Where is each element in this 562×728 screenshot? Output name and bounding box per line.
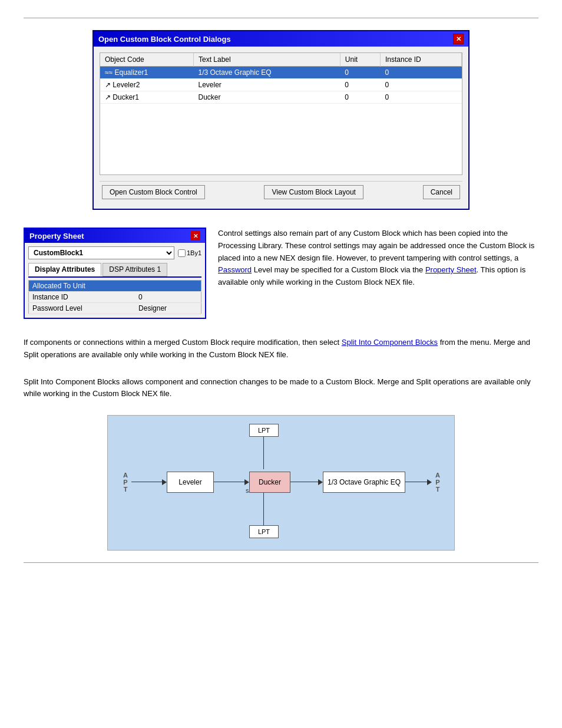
split-into-component-blocks-link[interactable]: Split Into Component Blocks (342, 338, 438, 347)
apt-right: A P T (432, 466, 444, 498)
ps-cell-value: Designer (135, 303, 201, 314)
body-para1: If components or connections within a me… (24, 337, 538, 361)
password-link[interactable]: Password (218, 265, 252, 274)
dialog1-table-row[interactable]: ↗ Ducker1 Ducker 0 0 (100, 91, 462, 104)
arrow-head-leveler (162, 479, 167, 485)
arrow-apt-to-leveler (131, 482, 164, 482)
cell-text-label: 1/3 Octave Graphic EQ (194, 67, 340, 79)
lpt-top-line (263, 437, 264, 469)
property-sheet-body: CustomBlock1 1By1 Display Attributes DSP… (25, 243, 205, 318)
cell-text-label: Leveler (194, 79, 340, 91)
arrow-eq-to-apt (405, 482, 429, 482)
dialog1-table-row[interactable]: ↗ Leveler2 Leveler 0 0 (100, 79, 462, 91)
side-text-block: Control settings also remain part of any… (218, 228, 538, 319)
top-rule (24, 18, 538, 18)
col-text-label: Text Label (194, 53, 340, 67)
by1-checkbox-label: 1By1 (178, 249, 201, 257)
side-paragraph: Control settings also remain part of any… (218, 228, 538, 289)
ps-cell-value: 0 (135, 292, 201, 303)
tab-display-attributes[interactable]: Display Attributes (28, 263, 101, 276)
cell-text-label: Ducker (194, 91, 340, 104)
property-sheet-titlebar: Property Sheet ✕ (25, 229, 205, 243)
ps-cell-label: Instance ID (29, 292, 135, 303)
dialog1: Open Custom Block Control Dialogs ✕ Obje… (92, 30, 470, 210)
body-para2-block: Split Into Component Blocks allows compo… (24, 376, 538, 401)
cell-object-code: ↗ Leveler2 (100, 79, 194, 91)
signal-flow-diagram: LPT A P T Leveler s Ducker 1/3 Octave Gr… (107, 415, 455, 551)
dialog1-table-row[interactable]: ≈≈ Equalizer1 1/3 Octave Graphic EQ 0 0 (100, 67, 462, 79)
cell-object-code: ↗ Ducker1 (100, 91, 194, 104)
dialog1-table: Object Code Text Label Unit Instance ID … (100, 53, 462, 104)
property-sheet-close-button[interactable]: ✕ (191, 231, 200, 241)
arrow-leveler-to-ducker (214, 482, 246, 482)
dialog1-table-container: Object Code Text Label Unit Instance ID … (100, 52, 462, 175)
dialog1-titlebar: Open Custom Block Control Dialogs ✕ (94, 31, 468, 47)
by1-label: 1By1 (187, 249, 201, 256)
ps-cell-allocated: Allocated To Unit (29, 281, 201, 292)
eq-box: 1/3 Octave Graphic EQ (323, 472, 405, 493)
ps-table-row: Allocated To Unit (29, 281, 201, 292)
body-para2: Split Into Component Blocks allows compo… (24, 376, 538, 401)
arrow-head-ducker (244, 479, 249, 485)
dialog1-title: Open Custom Block Control Dialogs (98, 35, 231, 44)
ducker-to-lpt-bottom-line (263, 493, 264, 525)
body-para1-block: If components or connections within a me… (24, 337, 538, 361)
s-label: s (246, 487, 249, 494)
dialog1-footer: Open Custom Block Control View Custom Bl… (100, 181, 462, 203)
bottom-rule (24, 562, 538, 563)
ps-dropdown-row: CustomBlock1 1By1 (28, 246, 201, 259)
dialog1-close-button[interactable]: ✕ (453, 34, 464, 44)
cell-instance-id: 0 (380, 79, 461, 91)
ps-table-row: Instance ID 0 (29, 292, 201, 303)
ps-tabs: Display Attributes DSP Attributes 1 (28, 263, 201, 278)
cell-instance-id: 0 (380, 67, 461, 79)
apt-left: A P T (120, 466, 131, 498)
arrow-head-eq (318, 479, 323, 485)
view-custom-block-layout-button[interactable]: View Custom Block Layout (264, 185, 363, 199)
col-object-code: Object Code (100, 53, 194, 67)
cell-unit: 0 (340, 79, 380, 91)
ducker-box: Ducker (249, 472, 290, 493)
property-sheet-title: Property Sheet (29, 232, 84, 241)
cell-instance-id: 0 (380, 91, 461, 104)
lpt-top-box: LPT (249, 424, 279, 437)
open-custom-block-control-button[interactable]: Open Custom Block Control (102, 185, 205, 199)
dialog1-body: Object Code Text Label Unit Instance ID … (94, 47, 468, 209)
ps-table-row: Password Level Designer (29, 303, 201, 314)
ps-cell-label: Password Level (29, 303, 135, 314)
lpt-bottom-box: LPT (249, 525, 279, 538)
col-instance-id: Instance ID (380, 53, 461, 67)
dialog1-empty-area (100, 104, 462, 174)
diagram-wrapper: LPT A P T Leveler s Ducker 1/3 Octave Gr… (24, 415, 538, 551)
by1-checkbox[interactable] (178, 249, 186, 257)
property-section: Property Sheet ✕ CustomBlock1 1By1 Displ… (24, 228, 538, 319)
cancel-button[interactable]: Cancel (423, 185, 460, 199)
col-unit: Unit (340, 53, 380, 67)
ps-attributes-table: Allocated To Unit Instance ID 0 Password… (28, 280, 201, 314)
customblock-dropdown[interactable]: CustomBlock1 (28, 246, 174, 259)
arrow-ducker-to-eq (290, 482, 320, 482)
leveler-box: Leveler (167, 472, 214, 493)
arrow-head-apt-right (427, 479, 432, 485)
cell-unit: 0 (340, 91, 380, 104)
cell-unit: 0 (340, 67, 380, 79)
property-sheet: Property Sheet ✕ CustomBlock1 1By1 Displ… (24, 228, 206, 319)
dialog1-table-header: Object Code Text Label Unit Instance ID (100, 53, 462, 67)
property-sheet-link[interactable]: Property Sheet (425, 265, 477, 274)
tab-dsp-attributes[interactable]: DSP Attributes 1 (103, 263, 167, 276)
dialog1-wrapper: Open Custom Block Control Dialogs ✕ Obje… (24, 30, 538, 210)
cell-object-code: ≈≈ Equalizer1 (100, 67, 194, 79)
